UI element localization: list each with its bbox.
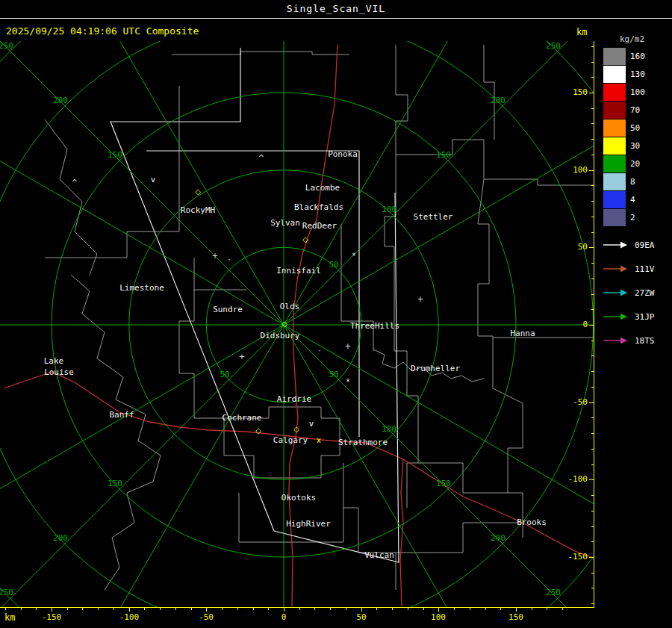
right-axis-tick [589, 325, 594, 326]
radar-id-label: 18TS [635, 336, 655, 346]
bottom-axis-tick [485, 608, 486, 610]
bottom-axis-tick [408, 608, 408, 610]
right-axis-tick-label: 50 [555, 242, 588, 252]
right-axis-unit: km [576, 27, 587, 37]
right-axis-tick [591, 464, 594, 465]
right-axis-tick [591, 541, 594, 542]
bottom-axis-tick-label: 100 [431, 612, 446, 622]
right-axis-tick [591, 511, 594, 512]
right-axis-tick [591, 603, 594, 604]
bottom-axis-tick-label: -150 [42, 612, 62, 622]
legend-value: 50 [630, 119, 640, 137]
legend-value: 70 [630, 102, 640, 119]
legend-entry: 70 [597, 102, 672, 119]
bottom-axis-tick [361, 608, 362, 612]
right-axis-tick [589, 170, 594, 171]
legend-value: 130 [630, 66, 645, 83]
legend-swatch [603, 191, 626, 208]
legend-swatch [603, 48, 626, 65]
right-axis-tick-label: -150 [555, 552, 588, 562]
right-axis-tick [591, 417, 594, 418]
range-ring-200km [0, 41, 594, 607]
bottom-axis-tick [98, 608, 99, 610]
legend-entry: 30 [597, 137, 672, 155]
bottom-axis-tick [21, 608, 22, 610]
highways [4, 45, 594, 606]
legend-swatch [603, 102, 626, 119]
radial-150deg [0, 116, 284, 325]
radial-330deg [284, 325, 594, 534]
right-axis-tick [591, 77, 594, 78]
bottom-axis-tick [284, 608, 284, 612]
radial-300deg [284, 325, 493, 607]
bottom-axis-tick [470, 608, 470, 610]
bottom-axis-tick [52, 608, 52, 612]
right-axis-tick [591, 573, 594, 573]
legend-swatch [603, 119, 626, 137]
bottom-axis-tick [392, 608, 393, 610]
right-axis-tick [589, 557, 594, 558]
right-axis-tick [591, 201, 594, 202]
bottom-axis-tick-label: -100 [119, 612, 140, 622]
right-axis-tick-label: 0 [555, 320, 588, 329]
legend-value: 30 [630, 137, 640, 155]
bottom-axis-tick [191, 608, 192, 610]
right-axis-tick [591, 263, 594, 264]
bottom-axis-tick [330, 608, 331, 610]
bottom-axis-tick [113, 608, 114, 610]
bottom-axis-tick [222, 608, 223, 610]
legend-entry: 20 [597, 155, 672, 173]
bottom-axis-tick [5, 608, 6, 610]
legend-value: 160 [630, 48, 645, 65]
radar-id-label: 111V [635, 264, 655, 274]
county-boundaries [45, 45, 594, 590]
bottom-axis-tick [547, 608, 547, 610]
legend-swatch [603, 84, 626, 101]
range-rings-and-radials [0, 41, 594, 607]
bottom-axis-tick [160, 608, 161, 610]
radial-30deg [284, 116, 594, 325]
radial-315deg [284, 325, 579, 607]
legend-entry: 4 [597, 191, 672, 209]
right-axis-tick-label: 100 [555, 165, 588, 175]
bottom-axis-tick [36, 608, 37, 610]
bottom-axis-tick [67, 608, 68, 610]
right-axis-tick [591, 341, 594, 341]
bottom-axis-tick [346, 608, 346, 610]
radar-map[interactable]: 2502001502502001501005050150200250501001… [0, 41, 594, 607]
legend-value: 2 [630, 209, 635, 226]
right-axis-tick [591, 232, 594, 233]
radial-60deg [284, 41, 493, 325]
right-axis-tick [591, 62, 594, 63]
radar-legend-row: 27ZW [597, 281, 672, 305]
radar-arrow-icon [602, 264, 629, 273]
bottom-axis-tick [82, 608, 83, 610]
right-axis-tick [591, 449, 594, 450]
bottom-axis-tick [423, 608, 424, 610]
right-axis-tick [589, 479, 594, 480]
legend-units-label: kg/m2 [620, 34, 644, 44]
legend-entry: 100 [597, 84, 672, 102]
bottom-axis-tick [516, 608, 517, 612]
radar-id-legend: 09EA111V27ZW31JP18TS [597, 233, 672, 352]
bottom-axis-tick [562, 608, 563, 610]
radar-viewer-window: Single_Scan_VIL 2025/09/25 04:19:06 UTC … [0, 0, 672, 628]
scan-timestamp: 2025/09/25 04:19:06 UTC Composite [6, 25, 199, 37]
bottom-axis-tick [314, 608, 315, 610]
legend-value: 4 [630, 191, 635, 208]
window-title: Single_Scan_VIL [0, 0, 672, 19]
right-axis-tick [591, 294, 594, 295]
bottom-axis-unit: km [4, 612, 15, 623]
legend-value: 8 [630, 173, 635, 190]
right-axis-tick [591, 495, 594, 496]
legend-entry: 130 [597, 66, 672, 84]
radar-arrow-icon [602, 240, 629, 249]
bottom-axis-tick [500, 608, 501, 610]
radial-45deg [284, 41, 579, 325]
bottom-axis-tick [532, 608, 532, 610]
right-axis-tick [589, 247, 594, 248]
radar-legend-row: 18TS [597, 329, 672, 352]
legend-value: 20 [630, 155, 640, 172]
right-axis-tick [591, 279, 594, 279]
right-axis-tick [591, 355, 594, 356]
